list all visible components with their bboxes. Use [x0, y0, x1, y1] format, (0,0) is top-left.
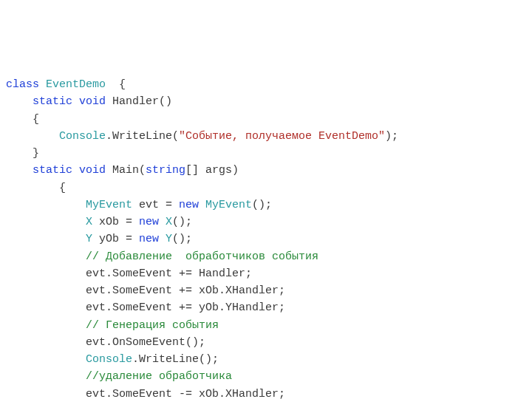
- code-token: [6, 130, 59, 143]
- code-token: Console: [59, 130, 106, 143]
- code-token: [6, 216, 86, 228]
- code-block: class EventDemo { static void Handler() …: [6, 76, 526, 399]
- code-token: X: [86, 216, 92, 228]
- code-token: ();: [172, 233, 192, 245]
- code-token: evt.SomeEvent += yOb.YHandler;: [6, 301, 285, 314]
- code-token: evt.SomeEvent += Handler;: [6, 267, 252, 280]
- code-token: [39, 78, 46, 91]
- code-token: evt.SomeEvent += xOb.XHandler;: [6, 284, 285, 297]
- code-token: MyEvent: [205, 199, 252, 211]
- code-token: static: [33, 95, 72, 108]
- code-token: [6, 370, 86, 383]
- code-token: static: [33, 164, 72, 177]
- code-token: ();: [252, 199, 272, 211]
- code-token: [6, 164, 33, 177]
- code-token: // Добавление обработчиков события: [86, 250, 318, 263]
- code-token: evt.OnSomeEvent();: [6, 336, 205, 349]
- code-token: class: [6, 78, 39, 91]
- code-token: evt =: [132, 199, 179, 211]
- code-token: void: [79, 164, 106, 177]
- code-token: //удаление обработчика: [86, 370, 232, 383]
- code-token: "Событие, получаемое EventDemo": [179, 130, 385, 143]
- code-token: Main(: [106, 164, 146, 177]
- code-token: [199, 199, 205, 211]
- code-token: Y: [86, 233, 92, 245]
- code-token: MyEvent: [86, 199, 132, 211]
- code-token: );: [385, 130, 398, 143]
- code-token: new: [139, 233, 159, 245]
- code-token: }: [6, 147, 39, 160]
- code-token: [6, 250, 86, 263]
- code-token: [6, 353, 86, 366]
- code-token: [6, 95, 33, 108]
- code-token: // Генерация события: [86, 319, 219, 332]
- code-token: [159, 233, 166, 245]
- code-token: Handler(): [106, 95, 172, 108]
- code-token: xOb =: [92, 216, 139, 228]
- code-token: .WriteLine();: [132, 353, 219, 366]
- code-token: EventDemo: [46, 78, 106, 91]
- code-token: yOb =: [92, 233, 139, 245]
- code-token: X: [166, 216, 172, 228]
- code-token: Console: [86, 353, 132, 366]
- code-token: {: [6, 182, 66, 194]
- code-token: evt.SomeEvent -= xOb.XHandler;: [6, 388, 285, 400]
- code-token: string: [146, 164, 185, 177]
- code-token: {: [6, 113, 39, 126]
- code-token: [] args): [185, 164, 239, 177]
- code-token: .WriteLine(: [106, 130, 179, 143]
- code-token: void: [79, 95, 106, 108]
- code-token: {: [106, 78, 126, 91]
- code-token: [159, 216, 166, 228]
- code-token: [6, 233, 86, 245]
- code-token: new: [139, 216, 159, 228]
- code-token: new: [179, 199, 199, 211]
- code-token: [6, 319, 86, 332]
- code-token: Y: [166, 233, 172, 245]
- code-token: ();: [172, 216, 192, 228]
- code-token: [72, 164, 79, 177]
- code-token: [72, 95, 79, 108]
- code-token: [6, 199, 86, 211]
